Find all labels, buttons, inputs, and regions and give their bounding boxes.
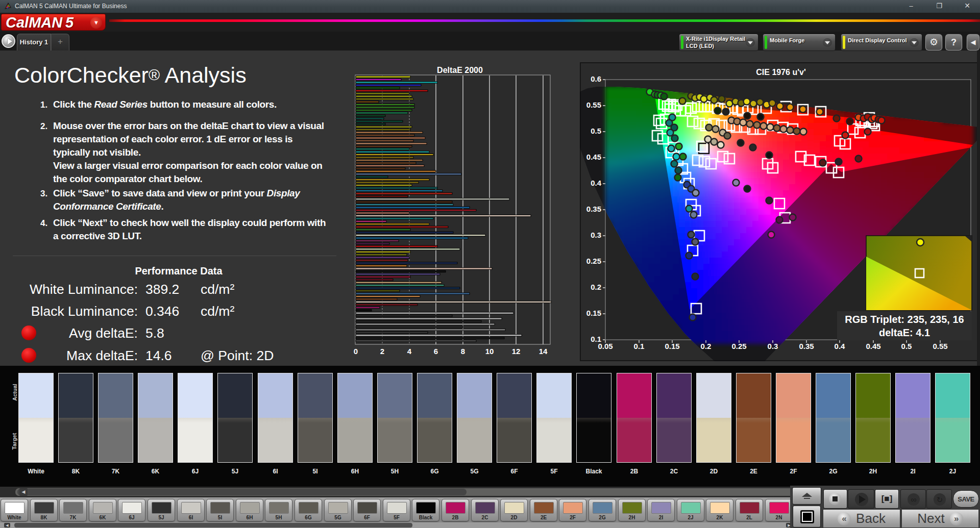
svg-text:0.15: 0.15 [665, 342, 679, 350]
svg-text:0.3: 0.3 [591, 231, 601, 239]
svg-text:0.35: 0.35 [586, 205, 601, 213]
svg-text:0.35: 0.35 [799, 342, 814, 350]
svg-text:0.3: 0.3 [768, 342, 778, 350]
svg-text:0.15: 0.15 [586, 309, 601, 317]
svg-text:0.45: 0.45 [866, 342, 880, 350]
svg-text:deltaE: 4.1: deltaE: 4.1 [879, 327, 930, 338]
svg-text:0.4: 0.4 [835, 342, 846, 350]
svg-text:4: 4 [407, 347, 412, 356]
svg-text:RGB Triplet: 235, 235, 16: RGB Triplet: 235, 235, 16 [845, 314, 964, 325]
svg-text:0.5: 0.5 [901, 342, 912, 350]
svg-text:14: 14 [539, 347, 548, 356]
svg-text:10: 10 [485, 347, 494, 356]
svg-text:CIE 1976 u'v': CIE 1976 u'v' [756, 68, 805, 77]
svg-text:6: 6 [434, 347, 438, 356]
svg-text:2: 2 [380, 347, 384, 356]
svg-text:0.45: 0.45 [586, 153, 601, 161]
svg-text:12: 12 [512, 347, 521, 356]
svg-text:0.55: 0.55 [586, 100, 601, 109]
svg-text:DeltaE 2000: DeltaE 2000 [437, 66, 483, 74]
svg-text:∞: ∞ [911, 495, 916, 504]
svg-text:0.25: 0.25 [731, 342, 746, 350]
svg-text:0.2: 0.2 [591, 283, 601, 291]
svg-text:0.1: 0.1 [634, 342, 645, 350]
svg-text:0.5: 0.5 [591, 127, 601, 135]
svg-text:0.2: 0.2 [701, 342, 712, 350]
svg-text:0.55: 0.55 [933, 342, 947, 350]
svg-text:8: 8 [461, 347, 465, 356]
svg-text:0.6: 0.6 [591, 74, 601, 83]
svg-text:0.4: 0.4 [591, 179, 602, 187]
svg-text:0.05: 0.05 [598, 342, 612, 350]
svg-text:0.25: 0.25 [586, 257, 601, 265]
svg-text:↻: ↻ [937, 495, 943, 504]
svg-text:0: 0 [354, 347, 358, 356]
